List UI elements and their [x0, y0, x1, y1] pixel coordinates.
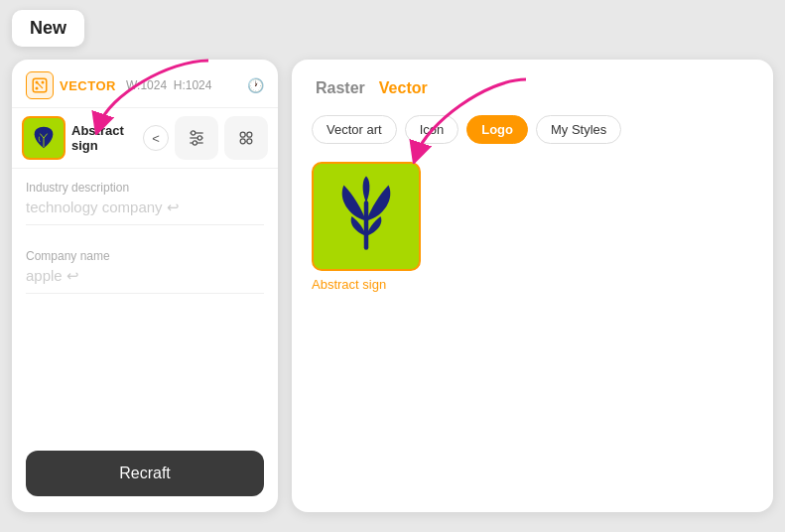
tab-vector[interactable]: Vector	[375, 77, 432, 99]
style-icon-button[interactable]	[224, 116, 268, 160]
result-image	[312, 162, 421, 271]
style-thumbnail	[22, 116, 65, 160]
tabs-row: Raster Vector	[312, 77, 753, 99]
result-card[interactable]: Abstract sign	[312, 162, 421, 292]
result-label: Abstract sign	[312, 277, 421, 292]
right-panel: Raster Vector Vector art Icon Logo My St…	[292, 60, 773, 512]
company-field-section: Company name apple ↩	[12, 237, 278, 306]
svg-point-1	[36, 87, 39, 90]
industry-value[interactable]: technology company ↩	[26, 199, 264, 225]
vector-icon	[26, 71, 54, 99]
company-label: Company name	[26, 249, 264, 263]
svg-point-11	[193, 141, 196, 145]
filter-row: Vector art Icon Logo My Styles	[312, 115, 753, 144]
svg-point-2	[42, 81, 45, 84]
filter-icon[interactable]: Icon	[405, 115, 459, 144]
filter-my-styles[interactable]: My Styles	[536, 115, 621, 144]
chevron-left-button[interactable]: <	[143, 125, 169, 151]
svg-point-14	[240, 139, 245, 144]
svg-point-13	[247, 132, 252, 137]
clock-icon: 🕐	[247, 77, 264, 93]
svg-point-12	[240, 132, 245, 137]
left-panel: VECTOR W:1024 H:1024 🕐 Abstract sign <	[12, 60, 278, 512]
industry-field-section: Industry description technology company …	[12, 169, 278, 237]
industry-label: Industry description	[26, 181, 264, 195]
vector-label: VECTOR	[60, 78, 116, 93]
vector-dims: W:1024 H:1024	[126, 78, 212, 92]
style-name: Abstract sign	[71, 123, 137, 153]
sliders-button[interactable]	[175, 116, 218, 160]
svg-point-15	[247, 139, 252, 144]
recraft-button[interactable]: Recraft	[26, 451, 264, 496]
style-row: Abstract sign <	[12, 108, 278, 169]
new-button[interactable]: New	[12, 10, 84, 47]
filter-vector-art[interactable]: Vector art	[312, 115, 397, 144]
svg-point-10	[197, 136, 201, 140]
tab-raster[interactable]: Raster	[312, 77, 369, 99]
svg-point-9	[192, 131, 196, 135]
filter-logo[interactable]: Logo	[466, 115, 528, 144]
company-value[interactable]: apple ↩	[26, 267, 264, 294]
vector-header: VECTOR W:1024 H:1024 🕐	[12, 60, 278, 108]
